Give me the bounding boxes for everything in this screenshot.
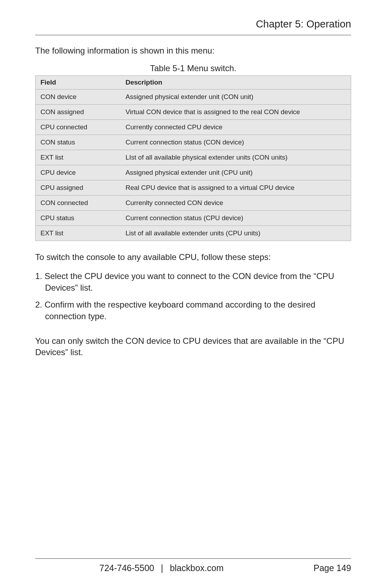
table-cell-field: CON status: [36, 135, 121, 150]
body-text-note: You can only switch the CON device to CP…: [35, 335, 351, 358]
table-row: CPU deviceAssigned physical extender uni…: [36, 165, 351, 180]
table-row: CPU assignedReal CPU device that is assi…: [36, 180, 351, 196]
table-cell-field: CON assigned: [36, 105, 121, 120]
table-cell-field: CPU assigned: [36, 180, 121, 196]
table-cell-field: EXT list: [36, 226, 121, 241]
intro-text: The following information is shown in th…: [35, 46, 351, 56]
table-header-description: Description: [121, 76, 351, 89]
step-item: 2. Confirm with the respective keyboard …: [35, 299, 351, 322]
body-text-steps-intro: To switch the console to any available C…: [35, 252, 351, 263]
table-cell-field: EXT list: [36, 150, 121, 165]
table-cell-description: Real CPU device that is assigned to a vi…: [121, 180, 351, 196]
table-row: EXT listLIst of all available physical e…: [36, 150, 351, 165]
table-cell-description: Current connection status (CON device): [121, 135, 351, 150]
table-row: CON assignedVirtual CON device that is a…: [36, 105, 351, 120]
menu-switch-table: Field Description CON deviceAssigned phy…: [35, 75, 351, 241]
steps-list: 1. Select the CPU device you want to con…: [35, 271, 351, 328]
table-row: EXT listList of all available extender u…: [36, 226, 351, 241]
chapter-header: Chapter 5: Operation: [35, 18, 351, 35]
footer-contact: 724-746-5500 | blackbox.com: [35, 563, 288, 573]
table-cell-description: LIst of all available physical extender …: [121, 150, 351, 165]
table-row: CON statusCurrent connection status (CON…: [36, 135, 351, 150]
table-cell-description: List of all available extender units (CP…: [121, 226, 351, 241]
table-caption: Table 5-1 Menu switch.: [35, 63, 351, 73]
table-cell-description: Assigned physical extender unit (CON uni…: [121, 89, 351, 105]
table-cell-field: CON device: [36, 89, 121, 105]
step-item: 1. Select the CPU device you want to con…: [35, 271, 351, 293]
table-row: CPU statusCurrent connection status (CPU…: [36, 211, 351, 226]
table-cell-description: Currenlty connected CON device: [121, 196, 351, 211]
table-cell-description: Currently connected CPU device: [121, 120, 351, 135]
table-cell-field: CPU connected: [36, 120, 121, 135]
table-row: CON deviceAssigned physical extender uni…: [36, 89, 351, 105]
table-cell-description: Virtual CON device that is assigned to t…: [121, 105, 351, 120]
table-row: CON connectedCurrenlty connected CON dev…: [36, 196, 351, 211]
table-row: CPU connectedCurrently connected CPU dev…: [36, 120, 351, 135]
table-cell-field: CPU device: [36, 165, 121, 180]
table-cell-field: CON connected: [36, 196, 121, 211]
footer-site: blackbox.com: [170, 563, 224, 573]
table-cell-description: Current connection status (CPU device): [121, 211, 351, 226]
table-cell-description: Assigned physical extender unit (CPU uni…: [121, 165, 351, 180]
page-footer: 724-746-5500 | blackbox.com Page 149: [35, 558, 351, 573]
footer-separator: |: [161, 563, 163, 573]
table-cell-field: CPU status: [36, 211, 121, 226]
footer-phone: 724-746-5500: [100, 563, 154, 573]
footer-page-number: Page 149: [288, 563, 351, 573]
table-header-field: Field: [36, 76, 121, 89]
